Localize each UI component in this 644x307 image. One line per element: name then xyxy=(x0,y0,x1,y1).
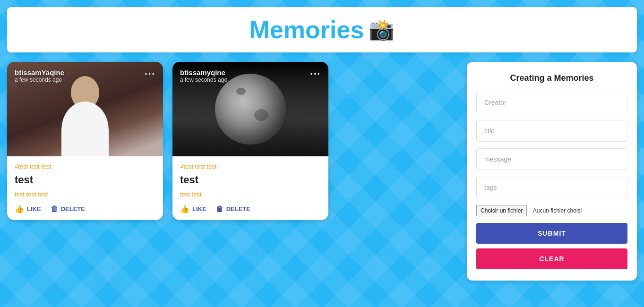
card1-delete-label: DELETE xyxy=(61,205,85,213)
card1-tags: #test test test xyxy=(15,163,155,170)
memory-card-2: btissamyqine a few seconds ago ··· #test… xyxy=(172,62,328,220)
card2-title: test xyxy=(180,174,321,186)
card1-user-info: btissamYaqine a few seconds ago xyxy=(15,68,64,83)
creator-input[interactable] xyxy=(476,92,627,113)
card1-username: btissamYaqine xyxy=(15,68,64,77)
card2-overlay: btissamyqine a few seconds ago ··· xyxy=(172,62,328,90)
card1-overlay: btissamYaqine a few seconds ago ··· xyxy=(7,62,163,90)
card2-delete-button[interactable]: 🗑 DELETE xyxy=(216,205,250,213)
card2-image: btissamyqine a few seconds ago ··· xyxy=(172,62,328,156)
card1-menu-button[interactable]: ··· xyxy=(145,68,155,79)
card2-actions: 👍 LIKE 🗑 DELETE xyxy=(180,205,321,213)
card1-title: test xyxy=(15,174,155,186)
card1-like-label: LIKE xyxy=(27,205,41,213)
card2-tags: #test test test xyxy=(180,163,321,170)
memory-card-1: btissamYaqine a few seconds ago ··· #tes… xyxy=(7,62,163,220)
main-content: btissamYaqine a few seconds ago ··· #tes… xyxy=(7,62,637,281)
card1-like-button[interactable]: 👍 LIKE xyxy=(15,205,41,213)
card2-body: #test test test test test test 👍 LIKE 🗑 … xyxy=(172,156,328,220)
title-text: Memories xyxy=(249,16,364,44)
trash-icon-2: 🗑 xyxy=(216,205,223,213)
clear-button[interactable]: CLEAR xyxy=(476,248,627,269)
card1-timestamp: a few seconds ago xyxy=(15,77,64,83)
card1-body: #test test test test test test test 👍 LI… xyxy=(7,156,163,220)
thumbs-up-icon-2: 👍 xyxy=(180,205,189,213)
card2-like-label: LIKE xyxy=(192,205,206,213)
card2-delete-label: DELETE xyxy=(226,205,250,213)
card2-menu-button[interactable]: ··· xyxy=(310,68,321,79)
create-memories-form: Creating a Memories Choisir un fichier A… xyxy=(467,62,637,281)
card1-delete-button[interactable]: 🗑 DELETE xyxy=(51,205,85,213)
card2-user-info: btissamyqine a few seconds ago xyxy=(180,68,227,83)
card1-actions: 👍 LIKE 🗑 DELETE xyxy=(15,205,155,213)
trash-icon: 🗑 xyxy=(51,205,58,213)
card1-image: btissamYaqine a few seconds ago ··· xyxy=(7,62,163,156)
thumbs-up-icon: 👍 xyxy=(15,205,24,213)
card2-message: test test xyxy=(180,191,321,198)
message-input[interactable] xyxy=(476,148,627,170)
cards-area: btissamYaqine a few seconds ago ··· #tes… xyxy=(7,62,457,220)
card2-timestamp: a few seconds ago xyxy=(180,77,227,83)
card2-username: btissamyqine xyxy=(180,68,227,77)
file-no-choice-label: Aucun fichier choisi xyxy=(533,207,582,214)
file-chooser-button[interactable]: Choisir un fichier xyxy=(476,205,527,216)
submit-button[interactable]: SUBMIT xyxy=(476,223,627,244)
header: Memories 📸 xyxy=(7,7,637,52)
app-title: Memories 📸 xyxy=(249,16,395,44)
card1-message: test test test xyxy=(15,191,155,198)
card2-like-button[interactable]: 👍 LIKE xyxy=(180,205,206,213)
memories-icon: 📸 xyxy=(369,17,395,42)
tags-input[interactable] xyxy=(476,177,627,198)
file-input-row: Choisir un fichier Aucun fichier choisi xyxy=(476,205,627,216)
form-title: Creating a Memories xyxy=(476,73,627,83)
title-input[interactable] xyxy=(476,120,627,142)
